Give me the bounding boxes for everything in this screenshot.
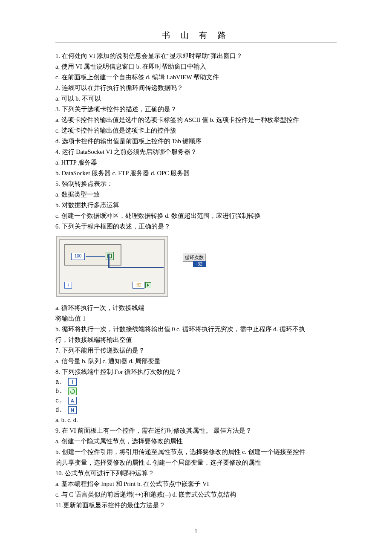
option-c: c. A: [55, 396, 337, 405]
text-line: b. DataSocket 服务器 c. FTP 服务器 d. OPC 服务器: [55, 168, 337, 179]
n-terminal-icon: N: [68, 406, 77, 414]
text-line: a. 可以 b. 不可以: [55, 93, 337, 104]
text-line: 5. 强制转换点表示：: [55, 179, 337, 189]
text-line: a. 创建一个隐式属性节点，选择要修改的属性: [55, 436, 337, 447]
document-page: 书 山 有 路 1. 在何处向 VI 添加的说明信息会显示在"显示即时帮助"弹出…: [0, 0, 392, 551]
i32-terminal: I32: [133, 282, 144, 289]
option-a: a. i: [55, 377, 337, 387]
text-line: 行，计数接线端将输出空值: [55, 335, 337, 345]
text-line: 7. 下列不能用于传递数据的是？: [55, 345, 337, 356]
text-line: c. 选项卡控件的输出值是选项卡上的控件簇: [55, 125, 337, 136]
text-line: 6. 下列关于程序框图的表述，正确的是？: [55, 221, 337, 232]
content-block-1: 1. 在何处向 VI 添加的说明信息会显示在"显示即时帮助"弹出窗口？ a. 使…: [55, 51, 337, 232]
option-b: b.: [55, 387, 337, 396]
text-line: a. 选项卡控件的输出值是选中的选项卡标签的 ASCII 值 b. 选项卡控件是…: [55, 115, 337, 125]
i32-indicator: I32: [193, 261, 206, 267]
inner-structure: 100: [64, 244, 121, 266]
text-line: 将输出值 1: [55, 313, 337, 324]
wire: [108, 254, 110, 267]
option-letter: d.: [55, 407, 63, 413]
iteration-terminal-icon: i: [64, 282, 72, 289]
text-line: 2. 连线可以在并行执行的循环间传递数据吗？: [55, 83, 337, 93]
text-line: a. 使用 VI 属性说明信息窗口 b. 在即时帮助窗口中输入: [55, 61, 337, 72]
text-line: 1. 在何处向 VI 添加的说明信息会显示在"显示即时帮助"弹出窗口？: [55, 51, 337, 61]
header-divider: [55, 43, 337, 43]
a-terminal-icon: A: [68, 397, 77, 405]
block-diagram-image: 100 i I32 循环次数 I32: [56, 236, 168, 297]
text-line: b. 循环将执行一次，计数接线端将输出值 0 c. 循环将执行无穷次，需中止程序…: [55, 324, 337, 335]
while-loop-border: 100 i I32: [59, 239, 165, 294]
text-line: b. 对数据执行多态运算: [55, 200, 337, 211]
text-line: a. 基本编程指令 Input 和 Print b. 在公式节点中嵌套子 VI: [55, 479, 337, 489]
tunnel-icon: [145, 282, 151, 288]
numeric-constant: 100: [71, 253, 85, 260]
stop-terminal-icon: [106, 252, 114, 260]
text-line: a. HTTP 服务器: [55, 157, 337, 168]
text-line: c. 在前面板上创建一个自由标签 d. 编辑 LabVIEW 帮助文件: [55, 72, 337, 83]
text-line: b. 创建一个控件引用，将引用传递至属性节点，选择要修改的属性 c. 创建一个链…: [55, 447, 337, 457]
loop-condition-icon: [68, 387, 77, 395]
option-letter: b.: [55, 388, 63, 395]
text-line: c. 创建一个数据缓冲区，处理数据转换 d. 数值超出范围，应进行强制转换: [55, 211, 337, 221]
page-number: 1: [55, 528, 337, 534]
wire: [108, 267, 164, 268]
option-letter: c.: [55, 397, 63, 404]
count-label: 循环次数: [183, 254, 206, 262]
content-block-2: a. 循环将执行一次，计数接线端 将输出值 1 b. 循环将执行一次，计数接线端…: [55, 303, 337, 377]
option-letter: a.: [55, 379, 63, 385]
text-line: 8. 下列接线端中控制 For 循环执行次数的是？: [55, 367, 337, 377]
content-block-3: a. b. c. d. 9. 在 VI 前面板上有一个控件，需在运行时修改其属性…: [55, 415, 337, 511]
page-header: 书 山 有 路: [55, 30, 337, 41]
text-line: 4. 运行 DataSocket VI 之前必须先启动哪个服务器？: [55, 147, 337, 157]
i-terminal-icon: i: [68, 378, 77, 386]
text-line: 9. 在 VI 前面板上有一个控件，需在运行时修改其属性。 最佳方法是？: [55, 425, 337, 436]
text-line: 3. 下列关于选项卡控件的描述，正确的是？: [55, 104, 337, 115]
text-line: 10. 公式节点可进行下列哪种运算？: [55, 468, 337, 479]
text-line: 的共享变量，选择要修改的属性 d. 创建一个局部变量，选择要修改的属性: [55, 457, 337, 468]
text-line: a. 信号量 b. 队列 c. 通知器 d. 局部变量: [55, 356, 337, 367]
option-d: d. N: [55, 405, 337, 415]
text-line: d. 选项卡控件的输出值是前面板上控件的 Tab 键顺序: [55, 136, 337, 147]
q8-options: a. i b. c. A d. N: [55, 377, 337, 415]
text-line: c. 与 C 语言类似的前后递增(++)和递减(--) d. 嵌套式公式节点结构: [55, 489, 337, 500]
text-line: a. 循环将执行一次，计数接线端: [55, 303, 337, 313]
text-line: a. b. c. d.: [55, 415, 337, 425]
text-line: 11.更新前面板显示控件的最佳方法是？: [55, 500, 337, 511]
text-line: a. 数据类型一致: [55, 189, 337, 200]
wire: [86, 256, 105, 257]
